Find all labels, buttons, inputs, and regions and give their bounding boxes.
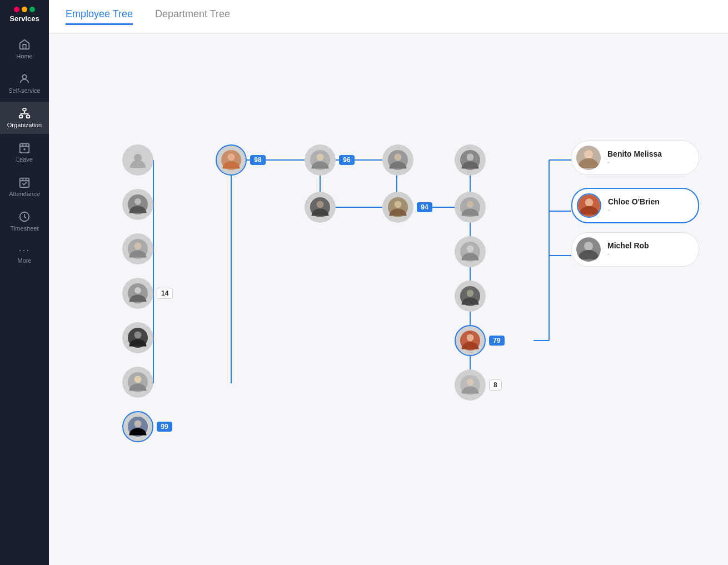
- portrait-3: [388, 150, 408, 170]
- badge-15: 79: [489, 336, 505, 346]
- svg-point-5: [24, 149, 25, 150]
- svg-point-63: [584, 242, 593, 251]
- avatar-8: [122, 189, 153, 220]
- svg-rect-3: [27, 116, 29, 118]
- portrait-8: [128, 194, 148, 214]
- node-11[interactable]: [455, 236, 486, 267]
- node-9[interactable]: [122, 233, 153, 264]
- svg-point-31: [467, 153, 474, 161]
- card-info-michel: Michel Rob -: [607, 241, 649, 258]
- portrait-5: [310, 197, 330, 217]
- leave-label: Leave: [16, 156, 33, 163]
- portrait-1: [221, 150, 241, 170]
- node-16[interactable]: 99: [122, 411, 172, 442]
- svg-rect-2: [19, 116, 23, 118]
- node-2[interactable]: 96: [305, 144, 355, 176]
- more-label: More: [17, 257, 31, 264]
- card-sub-chloe: -: [608, 206, 660, 214]
- attendance-label: Attendance: [9, 191, 40, 197]
- portrait-6: [388, 197, 408, 217]
- badge-6: 94: [417, 202, 432, 212]
- card-portrait-chloe: [578, 194, 600, 217]
- self-service-label: Self-service: [8, 87, 40, 94]
- leave-icon: [18, 142, 31, 154]
- card-portrait-benito: [576, 146, 601, 170]
- node-12[interactable]: [122, 322, 153, 353]
- avatar-17: [455, 369, 486, 401]
- node-3[interactable]: [382, 144, 413, 176]
- badge-1: 98: [250, 155, 266, 165]
- avatar-0: [122, 144, 153, 176]
- card-michel[interactable]: Michel Rob -: [571, 232, 699, 267]
- svg-point-37: [467, 201, 474, 208]
- tab-department-tree[interactable]: Department Tree: [155, 8, 230, 25]
- svg-point-59: [584, 150, 593, 159]
- card-info-benito: Benito Melissa -: [607, 149, 662, 166]
- svg-point-0: [22, 75, 26, 79]
- avatar-7: [455, 192, 486, 223]
- tab-employee-tree[interactable]: Employee Tree: [66, 8, 133, 25]
- brand-label: Services: [9, 14, 39, 23]
- card-chloe[interactable]: Chloe O'Brien -: [571, 188, 699, 223]
- svg-point-51: [134, 376, 142, 383]
- node-6[interactable]: 94: [382, 192, 432, 223]
- main-content: Employee Tree Department Tree: [49, 0, 728, 565]
- sidebar-item-home[interactable]: Home: [0, 33, 49, 65]
- card-benito[interactable]: Benito Melissa -: [571, 141, 699, 175]
- node-1[interactable]: 98: [216, 144, 266, 176]
- svg-point-27: [317, 153, 324, 161]
- portrait-7: [460, 197, 480, 217]
- dot-red: [14, 7, 19, 12]
- svg-point-39: [134, 198, 141, 205]
- svg-point-57: [467, 378, 474, 386]
- brand-dots: [14, 7, 35, 12]
- avatar-14: [122, 367, 153, 398]
- sidebar-item-leave[interactable]: Leave: [0, 136, 49, 168]
- card-avatar-benito: [576, 146, 601, 170]
- sidebar-item-more[interactable]: ··· More: [0, 239, 49, 269]
- card-name-benito: Benito Melissa: [607, 149, 662, 158]
- node-17[interactable]: 8: [455, 369, 502, 401]
- svg-point-53: [467, 334, 474, 341]
- node-4[interactable]: [455, 144, 486, 176]
- tabs-bar: Employee Tree Department Tree: [49, 0, 728, 33]
- card-portrait-michel: [576, 237, 601, 262]
- avatar-15: [455, 325, 486, 356]
- home-icon: [18, 38, 31, 51]
- node-10[interactable]: 14: [122, 278, 173, 309]
- avatar-10: [122, 278, 153, 309]
- node-8[interactable]: [122, 189, 153, 220]
- sidebar: Services Home Self-service Organi: [0, 0, 49, 565]
- svg-point-33: [317, 201, 324, 208]
- card-avatar-chloe: [577, 193, 601, 218]
- node-7[interactable]: [455, 192, 486, 223]
- node-15[interactable]: 79: [455, 325, 505, 356]
- person-icon: [18, 73, 31, 85]
- avatar-5: [305, 192, 336, 223]
- attendance-icon: [18, 176, 31, 188]
- avatar-16: [122, 411, 153, 442]
- avatar-1: [216, 144, 247, 176]
- avatar-3: [382, 144, 413, 176]
- dot-green: [29, 7, 35, 12]
- svg-point-45: [467, 245, 474, 252]
- sidebar-item-organization[interactable]: Organization: [0, 102, 49, 134]
- node-13[interactable]: [455, 281, 486, 312]
- svg-rect-4: [20, 144, 29, 153]
- sidebar-item-timesheet[interactable]: Timesheet: [0, 205, 49, 237]
- sidebar-item-self-service[interactable]: Self-service: [0, 67, 49, 99]
- portrait-10: [128, 283, 148, 303]
- org-icon: [18, 107, 31, 119]
- node-5[interactable]: [305, 192, 336, 223]
- portrait-11: [460, 242, 480, 262]
- badge-16: 99: [157, 422, 172, 432]
- svg-point-29: [395, 153, 402, 161]
- sidebar-item-attendance[interactable]: Attendance: [0, 171, 49, 203]
- portrait-9: [128, 239, 148, 259]
- node-0[interactable]: [122, 144, 153, 176]
- node-14[interactable]: [122, 367, 153, 398]
- avatar-9: [122, 233, 153, 264]
- card-info-chloe: Chloe O'Brien -: [608, 197, 660, 214]
- avatar-6: [382, 192, 413, 223]
- tree-area: 98 96: [49, 33, 728, 565]
